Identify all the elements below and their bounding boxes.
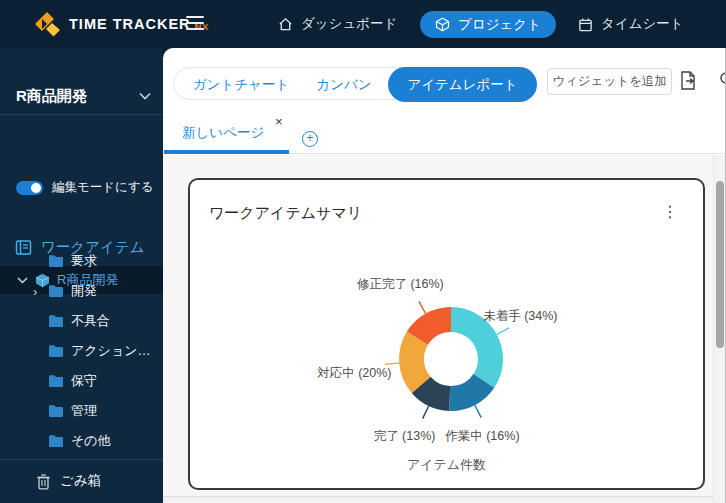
export-page-button[interactable] <box>678 70 699 96</box>
folder-icon <box>48 374 64 388</box>
tree-folder-label: 保守 <box>71 372 97 390</box>
slice-label: 修正完了 (16%) <box>357 277 444 291</box>
chart-caption: アイテム件数 <box>188 456 705 474</box>
nav-project[interactable]: プロジェクト <box>420 11 556 38</box>
tree-folder-kaihatsu[interactable]: › 開発 <box>0 277 163 305</box>
edit-mode-toggle[interactable] <box>16 181 43 195</box>
app-logo: TIME TRACKER NX <box>34 9 209 39</box>
tree-folder-label: 不具合 <box>71 312 110 330</box>
add-page-button[interactable]: + <box>302 131 318 147</box>
nav-timesheet[interactable]: タイムシート <box>578 12 684 36</box>
tree-folder-label: 管理 <box>71 402 97 420</box>
app-window: TIME TRACKER NX ダッシュボード プロジェクト <box>0 0 726 503</box>
tab-kanban[interactable]: カンバン <box>302 68 386 101</box>
sidebar-divider <box>0 459 163 460</box>
folder-icon <box>48 284 64 298</box>
tree-folder-label: その他 <box>71 432 111 450</box>
nav-dashboard[interactable]: ダッシュボード <box>278 12 397 36</box>
edit-mode-toggle-row[interactable]: 編集モードにする <box>16 179 153 196</box>
sidebar-item-trash-label: ごみ箱 <box>60 472 101 490</box>
slice-label: 完了 (13%) <box>374 429 436 443</box>
sidebar-item-trash[interactable]: ごみ箱 <box>0 466 163 496</box>
vertical-scrollbar-thumb[interactable] <box>716 181 724 348</box>
sidebar: R商品開発 編集モードにする ワークアイテム <box>0 48 163 503</box>
leader-line <box>497 328 509 335</box>
slice-label: 対応中 (20%) <box>317 366 391 380</box>
export-icon <box>678 70 699 92</box>
donut-chart: 未着手 (34%)作業中 (16%)完了 (13%)対応中 (20%)修正完了 … <box>189 232 704 462</box>
tree-folder-hoshu[interactable]: › 保守 <box>0 367 163 395</box>
tree-folder-kanri[interactable]: › 管理 <box>0 397 163 425</box>
edit-mode-label: 編集モードにする <box>52 179 153 196</box>
tree-folder-sonota[interactable]: › その他 <box>0 427 163 455</box>
kebab-menu-icon[interactable]: ⋮ <box>658 201 682 225</box>
horizontal-scrollbar-track[interactable] <box>163 496 713 503</box>
folder-icon <box>48 254 64 268</box>
close-icon[interactable]: × <box>275 114 283 129</box>
logo-mark-icon <box>34 11 61 38</box>
slice-label: 作業中 (16%) <box>444 429 519 443</box>
nav-dashboard-label: ダッシュボード <box>301 15 397 33</box>
chevron-right-icon: › <box>33 284 43 299</box>
nav-timesheet-label: タイムシート <box>601 15 684 33</box>
leader-line <box>423 406 429 419</box>
trash-icon <box>36 473 51 490</box>
tree-folder-fuguai[interactable]: › 不具合 <box>0 307 163 335</box>
menu-icon[interactable] <box>186 16 205 32</box>
active-tab-underline <box>164 150 289 154</box>
nav-project-label: プロジェクト <box>458 16 541 34</box>
folder-icon <box>48 434 64 448</box>
sidebar-project-selector[interactable]: R商品開発 <box>0 78 163 114</box>
folder-icon <box>48 344 64 358</box>
calendar-icon <box>578 17 593 32</box>
view-switcher: ガントチャート カンバン アイテムレポート <box>173 67 536 100</box>
leader-line <box>385 363 399 364</box>
leader-line <box>475 405 481 417</box>
slice-label: 未着手 (34%) <box>483 309 557 323</box>
tab-gantt-chart[interactable]: ガントチャート <box>184 68 298 101</box>
card-title: ワークアイテムサマリ <box>209 204 362 223</box>
tree-folder-label: 開発 <box>71 282 97 300</box>
tree-folder-youkyuu[interactable]: › 要求 <box>0 247 163 275</box>
tree-folder-label: 要求 <box>71 252 97 270</box>
folder-icon <box>48 404 64 418</box>
chevron-down-icon <box>139 92 151 100</box>
page-tab-new-page[interactable]: 新しいページ <box>182 124 264 142</box>
add-widget-button[interactable]: ウィジェットを追加 <box>547 68 672 95</box>
tree-folder-label: アクション… <box>71 342 151 360</box>
cube-icon <box>435 17 450 32</box>
leader-line <box>419 301 426 313</box>
tab-item-report[interactable]: アイテムレポート <box>388 67 537 102</box>
home-icon <box>278 17 293 32</box>
folder-icon <box>48 314 64 328</box>
top-navbar: TIME TRACKER NX ダッシュボード プロジェクト <box>0 0 726 48</box>
tree-folder-action[interactable]: › アクション… <box>0 337 163 365</box>
app-title: TIME TRACKER <box>69 16 191 32</box>
sidebar-divider <box>0 114 163 115</box>
sidebar-project-name: R商品開発 <box>16 87 139 106</box>
